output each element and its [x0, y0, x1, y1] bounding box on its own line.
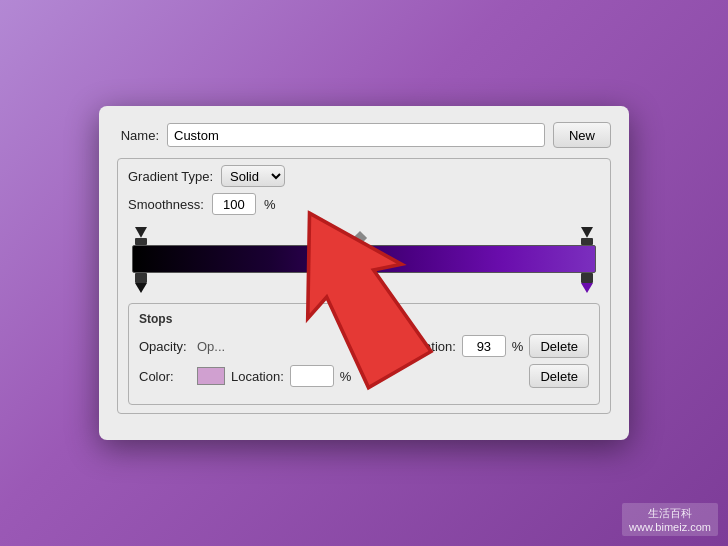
gradient-area: [128, 225, 600, 295]
color-location-input[interactable]: [290, 365, 334, 387]
opacity-stop-row: Opacity: Op... Location: % Delete: [139, 334, 589, 358]
color-stop-swatch[interactable]: [197, 367, 225, 385]
stops-title: Stops: [139, 312, 589, 326]
color-stop-left[interactable]: [134, 273, 148, 293]
color-location-unit: %: [340, 369, 352, 384]
opacity-stop-left[interactable]: [134, 227, 148, 245]
watermark: 生活百科www.bimeiz.com: [622, 503, 718, 536]
gradient-bar[interactable]: [132, 245, 596, 273]
opacity-location-unit: %: [512, 339, 524, 354]
delete-opacity-button[interactable]: Delete: [529, 334, 589, 358]
color-stop-left-body: [135, 273, 147, 283]
name-label: Name:: [117, 128, 159, 143]
smoothness-input[interactable]: [212, 193, 256, 215]
new-button[interactable]: New: [553, 122, 611, 148]
color-location-label: Location:: [231, 369, 284, 384]
opacity-stop-right[interactable]: [580, 227, 594, 245]
color-stop-left-color: [135, 283, 147, 293]
name-row: Name: New: [117, 122, 611, 148]
opacity-location-input[interactable]: [462, 335, 506, 357]
gradient-type-group: Gradient Type: Solid Noise Smoothness: %: [117, 158, 611, 414]
smoothness-label: Smoothness:: [128, 197, 204, 212]
opacity-stop-left-arrow: [135, 227, 147, 238]
name-input[interactable]: [167, 123, 545, 147]
gradient-type-row: Gradient Type: Solid Noise: [128, 165, 600, 187]
color-stop-row: Color: Location: % Delete: [139, 364, 589, 388]
opacity-stop-right-arrow: [581, 227, 593, 238]
bottom-handles: [132, 273, 596, 295]
gradient-type-label: Gradient Type:: [128, 169, 213, 184]
opacity-stop-label: Opacity:: [139, 339, 191, 354]
color-stop-right-body: [581, 273, 593, 283]
stops-group: Stops Opacity: Op... Location: % Delete …: [128, 303, 600, 405]
opacity-stop-right-body: [581, 238, 593, 245]
smoothness-row: Smoothness: %: [128, 193, 600, 215]
top-handles: [132, 225, 596, 245]
gradient-editor-dialog: Name: New Gradient Type: Solid Noise Smo…: [99, 106, 629, 440]
delete-color-button[interactable]: Delete: [529, 364, 589, 388]
opacity-stop-left-body: [135, 238, 147, 245]
color-stop-label: Color:: [139, 369, 191, 384]
color-stop-right[interactable]: [580, 273, 594, 293]
opacity-midpoint[interactable]: [353, 231, 367, 245]
gradient-type-select[interactable]: Solid Noise: [221, 165, 285, 187]
color-stop-right-color: [581, 283, 593, 293]
smoothness-unit: %: [264, 197, 276, 212]
opacity-location-label: Location:: [403, 339, 456, 354]
opacity-stop-value: Op...: [197, 339, 397, 354]
